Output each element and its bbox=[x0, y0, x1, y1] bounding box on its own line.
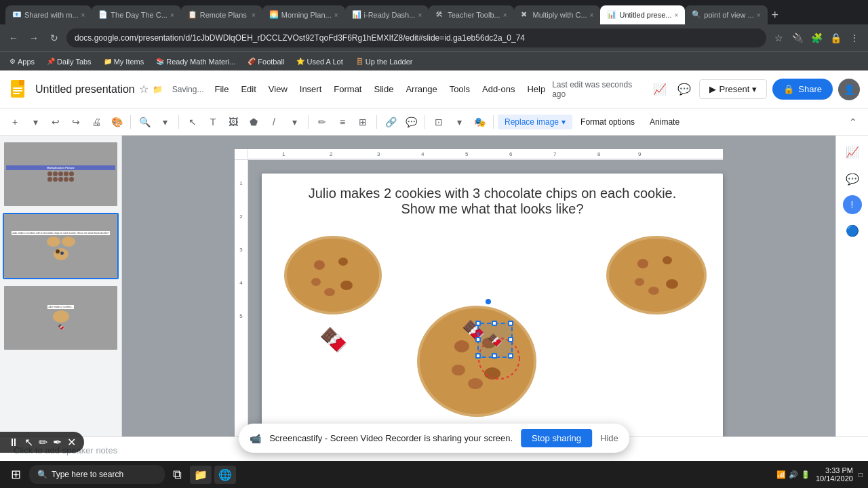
task-view-button[interactable]: ⧉ bbox=[167, 465, 187, 485]
tab-teacher[interactable]: 🛠 Teacher Toolb... × bbox=[429, 5, 513, 24]
handle-br[interactable] bbox=[508, 353, 513, 359]
toolbar-theme-button[interactable]: 🎭 bbox=[470, 113, 489, 131]
taskbar-search[interactable]: 🔍 Type here to search bbox=[29, 465, 165, 484]
bookmark-used-a-lot[interactable]: ⭐ Used A Lot bbox=[292, 56, 347, 67]
bookmark-my-items[interactable]: 📁 My Items bbox=[100, 56, 149, 67]
wifi-icon[interactable]: 📶 bbox=[776, 470, 786, 479]
menu-edit[interactable]: Edit bbox=[235, 81, 261, 97]
sidebar-comment-icon[interactable]: 💬 bbox=[842, 168, 863, 190]
slide-thumb-2[interactable]: 2 Julio makes 2 cookies with 3 chocolate… bbox=[3, 213, 119, 279]
address-input[interactable] bbox=[66, 28, 766, 47]
star-icon[interactable]: ☆ bbox=[139, 83, 149, 96]
canvas-area[interactable]: 1 2 3 4 5 6 7 8 9 1 2 bbox=[122, 136, 835, 436]
chrome-menu-icon[interactable]: ⋮ bbox=[846, 30, 863, 46]
toolbar-undo-button[interactable]: ↩ bbox=[46, 113, 65, 131]
pen-button[interactable]: ✏ bbox=[39, 436, 47, 449]
share-button[interactable]: 🔒 Share bbox=[772, 79, 833, 100]
menu-format[interactable]: Format bbox=[328, 81, 367, 97]
menu-help[interactable]: Help bbox=[521, 81, 551, 97]
bookmark-star-icon[interactable]: ☆ bbox=[770, 30, 787, 46]
bookmark-daily-tabs[interactable]: 📌 Daily Tabs bbox=[43, 56, 96, 67]
toolbar-cursor-button[interactable]: ↖ bbox=[183, 113, 202, 131]
taskbar-file-explorer[interactable]: 📁 bbox=[190, 466, 212, 484]
toolbar-link-button[interactable]: 🔗 bbox=[381, 113, 400, 131]
tab-pointofview[interactable]: 🔍 point of view ... × bbox=[685, 5, 767, 24]
replace-image-button[interactable]: Replace image ▾ bbox=[498, 115, 572, 129]
show-desktop-button[interactable]: □ bbox=[859, 471, 863, 479]
toolbar-pen-button[interactable]: ✏ bbox=[313, 113, 332, 131]
comment-button[interactable]: 💬 bbox=[675, 80, 694, 99]
animate-button[interactable]: Animate bbox=[643, 115, 686, 129]
taskbar-chrome[interactable]: 🌐 bbox=[214, 466, 236, 484]
bookmark-ready-math[interactable]: 📚 Ready Math Materi... bbox=[152, 56, 239, 67]
user-avatar[interactable]: 👤 bbox=[838, 79, 860, 100]
back-button[interactable]: ← bbox=[5, 30, 22, 46]
toolbar-print-button[interactable]: 🖨 bbox=[87, 113, 106, 131]
toolbar-line-button[interactable]: / bbox=[264, 113, 283, 131]
bookmark-football[interactable]: 🏈 Football bbox=[243, 56, 288, 67]
toolbar-layout-dropdown[interactable]: ▾ bbox=[450, 113, 469, 131]
toolbar-paint-format-button[interactable]: 🎨 bbox=[107, 113, 126, 131]
sound-icon[interactable]: 🔊 bbox=[789, 470, 798, 479]
tab-close-iready[interactable]: × bbox=[418, 12, 422, 19]
tab-close-pointofview[interactable]: × bbox=[757, 12, 761, 19]
extension-icon-3[interactable]: 🔒 bbox=[827, 30, 844, 46]
close-button[interactable]: ✕ bbox=[67, 436, 76, 449]
sidebar-notification-icon[interactable]: ! bbox=[843, 195, 862, 214]
toolbar-textbox-button[interactable]: T bbox=[203, 113, 222, 131]
pause-button[interactable]: ⏸ bbox=[8, 436, 19, 449]
toolbar-image-button[interactable]: 🖼 bbox=[224, 113, 243, 131]
move-icon[interactable]: 📁 bbox=[153, 85, 163, 94]
menu-tools[interactable]: Tools bbox=[444, 81, 475, 97]
menu-file[interactable]: File bbox=[209, 81, 234, 97]
format-options-button[interactable]: Format options bbox=[574, 115, 642, 129]
tab-close-shared[interactable]: × bbox=[81, 12, 85, 19]
start-button[interactable]: ⊞ bbox=[5, 464, 26, 485]
tab-untitled[interactable]: 📊 Untitled prese... × bbox=[600, 5, 685, 24]
tab-close-morning[interactable]: × bbox=[334, 12, 338, 19]
toolbar-layout-button[interactable]: ⊡ bbox=[429, 113, 448, 131]
toolbar-comment-button[interactable]: 💬 bbox=[401, 113, 420, 131]
handle-mr[interactable] bbox=[508, 337, 513, 342]
slide-thumb-3[interactable]: 3 Julio makes 2 cookies... 🍫 bbox=[3, 285, 119, 351]
toolbar-zoom-button[interactable]: 🔍 bbox=[135, 113, 154, 131]
new-tab-button[interactable]: + bbox=[768, 8, 783, 22]
toolbar-table-button[interactable]: ⊞ bbox=[353, 113, 372, 131]
menu-insert[interactable]: Insert bbox=[294, 81, 328, 97]
toolbar-line-dropdown[interactable]: ▾ bbox=[285, 113, 304, 131]
menu-view[interactable]: View bbox=[263, 81, 293, 97]
bookmark-apps[interactable]: ⚙ Apps bbox=[5, 56, 39, 67]
slide-canvas[interactable]: Julio makes 2 cookies with 3 chocolate c… bbox=[262, 174, 723, 436]
explore-button[interactable]: 📈 bbox=[650, 80, 669, 99]
toolbar-redo-button[interactable]: ↪ bbox=[66, 113, 85, 131]
stop-sharing-button[interactable]: Stop sharing bbox=[521, 429, 592, 447]
handle-tm[interactable] bbox=[492, 321, 497, 326]
collapse-toolbar-button[interactable]: ⌃ bbox=[844, 113, 863, 131]
toolbar-undo-redo-dropdown[interactable]: ▾ bbox=[26, 113, 45, 131]
tab-close-remote[interactable]: × bbox=[252, 12, 256, 19]
cursor-button[interactable]: ↖ bbox=[24, 436, 33, 449]
menu-slide[interactable]: Slide bbox=[368, 81, 399, 97]
tab-remote[interactable]: 📋 Remote Plans × bbox=[181, 5, 262, 24]
sidebar-share-info-icon[interactable]: 🔵 bbox=[842, 220, 863, 241]
bookmark-up-the-ladder[interactable]: 🪜 Up the Ladder bbox=[351, 56, 417, 67]
tab-close-untitled[interactable]: × bbox=[675, 12, 679, 19]
toolbar-add-button[interactable]: + bbox=[5, 113, 24, 131]
sidebar-explore-icon[interactable]: 📈 bbox=[842, 141, 863, 163]
tab-multiply[interactable]: ✖ Multiply with C... × bbox=[514, 5, 601, 24]
present-button[interactable]: ▶ Present ▾ bbox=[699, 79, 767, 99]
tab-iready[interactable]: 📊 i-Ready Dash... × bbox=[345, 5, 429, 24]
laser-button[interactable]: ✒ bbox=[53, 436, 62, 449]
handle-tl[interactable] bbox=[475, 321, 481, 326]
menu-addons[interactable]: Add-ons bbox=[477, 81, 520, 97]
tab-daythec[interactable]: 📄 The Day The C... × bbox=[92, 5, 180, 24]
handle-bl[interactable] bbox=[475, 353, 481, 359]
tab-close-multiply[interactable]: × bbox=[590, 12, 594, 19]
forward-button[interactable]: → bbox=[26, 30, 42, 46]
hide-button[interactable]: Hide bbox=[600, 433, 618, 443]
handle-bm[interactable] bbox=[492, 353, 497, 359]
extension-icon-1[interactable]: 🔌 bbox=[789, 30, 806, 46]
tab-morning[interactable]: 🌅 Morning Plan... × bbox=[262, 5, 345, 24]
extension-icon-2[interactable]: 🧩 bbox=[808, 30, 825, 46]
battery-icon[interactable]: 🔋 bbox=[801, 470, 810, 479]
